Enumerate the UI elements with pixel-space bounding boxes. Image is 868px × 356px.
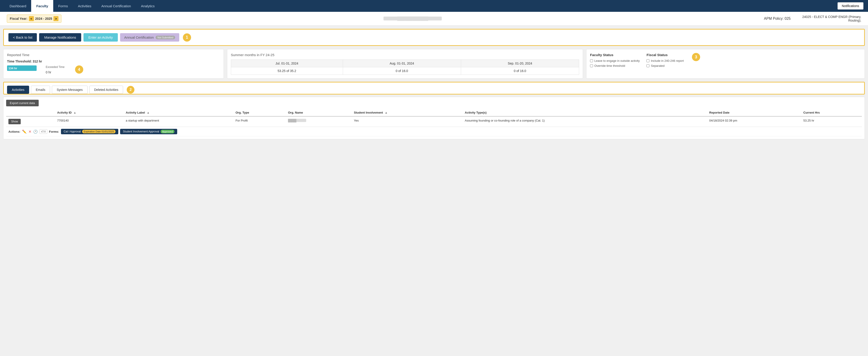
circle-1: 1	[183, 33, 191, 42]
tab-deleted-activities[interactable]: Deleted Activities	[89, 86, 123, 94]
delete-icon[interactable]: ✕	[28, 130, 31, 134]
fiscal-year-prev-button[interactable]: <	[29, 16, 34, 21]
show-button-cell: Show	[6, 116, 55, 127]
manage-notifications-button[interactable]: Manage Notifications	[39, 33, 81, 42]
th-activity-types: Activity Type(s)	[462, 109, 707, 116]
override-threshold-label[interactable]: Override time threshold	[590, 64, 640, 68]
enter-activity-button[interactable]: Enter an Activity	[84, 33, 118, 42]
leave-outside-checkbox[interactable]	[590, 59, 593, 62]
summer-val-aug: 0 of 16.0	[343, 67, 461, 75]
summer-months-title: Summer months in FY 24-25	[231, 53, 579, 57]
export-button[interactable]: Export current data	[6, 100, 39, 106]
time-threshold: Time Threshold: 312 hr	[7, 60, 220, 63]
fiscal-year-control: Fiscal Year: < 2024 - 2025 >	[7, 14, 61, 23]
fiscal-year-value: 2024 - 2025	[35, 17, 52, 21]
annual-cert-label: Annual Certification	[124, 35, 154, 39]
sort-icon-student[interactable]: ▲	[385, 111, 388, 114]
info-bar: Fiscal Year: < 2024 - 2025 > ███████████…	[0, 12, 868, 26]
activity-label-cell: a startup with department	[124, 116, 234, 127]
status-row: Faculty Status Leave to engage in outsid…	[590, 53, 861, 69]
tab-system-messages[interactable]: System Messages	[52, 86, 87, 94]
th-org-name: Org. Name	[286, 109, 352, 116]
faculty-status-col: Faculty Status Leave to engage in outsid…	[590, 53, 640, 69]
separated-checkbox[interactable]	[646, 64, 649, 67]
include-report-label[interactable]: Include in 240-246 report	[646, 59, 684, 63]
reported-time-panel: Reported Time Time Threshold: 312 hr 134…	[3, 49, 224, 79]
current-hrs-cell: 53.25 hr	[801, 116, 862, 127]
override-threshold-checkbox[interactable]	[590, 64, 593, 67]
summer-val-jul: 53.25 of 35.2	[231, 67, 343, 75]
exceeded-label: Exceeded Time	[46, 65, 65, 69]
table-area: Export current data Activity ID ▲ Activi…	[3, 97, 865, 139]
fiscal-year-label: Fiscal Year:	[10, 17, 28, 21]
nav-item-annual-certification[interactable]: Annual Certification	[96, 0, 136, 12]
sort-icon-activity-id[interactable]: ▲	[73, 111, 76, 114]
time-bar: 134 hr	[7, 65, 37, 71]
actions-row: Actions: ✏️ ✕ 🕐 🏷 0 Forms: Cat I Approva…	[6, 127, 862, 136]
student-involvement-badge: Student Involvement Approval Approved	[120, 129, 177, 134]
leave-outside-label[interactable]: Leave to engage in outside activity	[590, 59, 640, 63]
th-reported-date: Reported Date	[707, 109, 801, 116]
th-current-hrs: Current Hrs	[801, 109, 862, 116]
faculty-fiscal-status-panel: Faculty Status Leave to engage in outsid…	[586, 49, 865, 79]
tab-emails[interactable]: Emails	[31, 86, 50, 94]
not-submitted-badge: Not Submitted	[156, 36, 175, 39]
sort-icon-activity-label[interactable]: ▲	[147, 111, 150, 114]
nav-item-activities[interactable]: Activities	[73, 0, 96, 12]
circle-2: 2	[127, 86, 134, 94]
reported-date-cell: 04/18/2024 02:39 pm	[707, 116, 801, 127]
back-to-list-button[interactable]: < Back to list	[8, 33, 37, 42]
actions-label: Actions:	[8, 130, 20, 133]
nav-item-faculty[interactable]: Faculty	[31, 0, 53, 12]
time-bar-col: 134 hr	[7, 65, 37, 71]
org-name-cell: ████	[286, 116, 352, 127]
fiscal-status-title: Fiscal Status	[646, 53, 684, 57]
actions-row-cell: Actions: ✏️ ✕ 🕐 🏷 0 Forms: Cat I Approva…	[6, 127, 862, 136]
table-header-row: Activity ID ▲ Activity Label ▲ Org. Type…	[6, 109, 862, 116]
summer-months-panel: Summer months in FY 24-25 Jul. 01-31, 20…	[227, 49, 583, 79]
nav-item-analytics[interactable]: Analytics	[136, 0, 160, 12]
separated-label[interactable]: Separated	[646, 64, 684, 68]
cat-i-expiry-badge: Expiration Date 01/01/2025	[82, 130, 116, 133]
apm-policy: APM Policy: 025	[764, 16, 790, 21]
data-table: Activity ID ▲ Activity Label ▲ Org. Type…	[6, 109, 862, 136]
nav-item-dashboard[interactable]: Dashboard	[5, 0, 31, 12]
activity-types-cell: Assuming founding or co-founding role of…	[462, 116, 707, 127]
circle-4: 4	[75, 65, 83, 74]
th-activity-id: Activity ID ▲	[55, 109, 123, 116]
history-icon[interactable]: 🕐	[33, 130, 38, 134]
annual-certification-button[interactable]: Annual Certification Not Submitted	[120, 33, 179, 42]
tab-activities[interactable]: Activities	[7, 86, 29, 94]
table-row: Show 7700140 a startup with department F…	[6, 116, 862, 127]
cat-i-approval-badge: Cat I Approval Expiration Date 01/01/202…	[61, 129, 119, 134]
main-content: Reported Time Time Threshold: 312 hr 134…	[0, 46, 868, 82]
include-report-checkbox[interactable]	[646, 59, 649, 62]
summer-col-aug: Aug. 01-31, 2024	[343, 60, 461, 67]
fiscal-status-col: Fiscal Status Include in 240-246 report …	[646, 53, 684, 69]
faculty-status-title: Faculty Status	[590, 53, 640, 57]
forms-label: Forms:	[49, 130, 59, 133]
th-org-type: Org. Type	[233, 109, 286, 116]
reported-time-title: Reported Time	[7, 53, 220, 57]
summer-val-sep: 0 of 16.0	[461, 67, 579, 75]
show-button[interactable]: Show	[8, 119, 21, 124]
activity-id-cell: 7700140	[55, 116, 123, 127]
summer-col-sep: Sep. 01-20, 2024	[461, 60, 579, 67]
tag-badge[interactable]: 🏷 0	[39, 129, 47, 134]
nav-item-forms[interactable]: Forms	[53, 0, 73, 12]
student-involvement-cell: Yes	[352, 116, 462, 127]
faculty-name: ████████████	[68, 16, 757, 21]
notifications-button[interactable]: Notifications	[838, 2, 863, 9]
th-show	[6, 109, 55, 116]
fiscal-year-next-button[interactable]: >	[54, 16, 58, 21]
tabs-section: Activities Emails System Messages Delete…	[3, 82, 865, 95]
exceeded-value: 0 hr	[46, 70, 65, 74]
edit-icon[interactable]: ✏️	[22, 130, 27, 134]
summer-months-table: Jul. 01-31, 2024 Aug. 01-31, 2024 Sep. 0…	[231, 60, 579, 75]
org-name-blurred: ████	[288, 119, 306, 122]
exceeded-time-col: Exceeded Time 0 hr	[46, 65, 65, 74]
th-activity-label: Activity Label ▲	[124, 109, 234, 116]
action-bar: < Back to list Manage Notifications Ente…	[3, 29, 865, 46]
summer-col-jul: Jul. 01-31, 2024	[231, 60, 343, 67]
approved-badge: Approved	[161, 130, 175, 133]
